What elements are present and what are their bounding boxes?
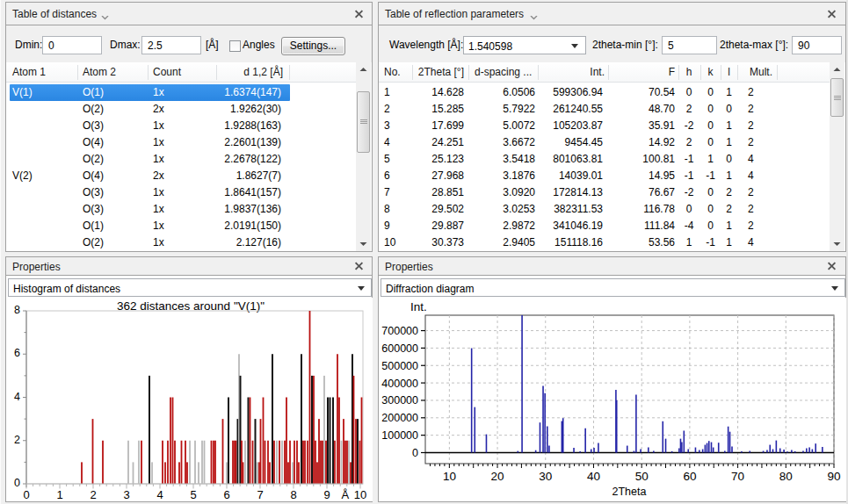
svg-text:600000: 600000 [381,342,418,355]
svg-text:1: 1 [56,488,62,501]
svg-text:7: 7 [257,488,263,501]
svg-text:500000: 500000 [381,360,418,372]
svg-text:40: 40 [587,470,600,483]
svg-text:20: 20 [491,470,504,483]
svg-text:80: 80 [779,470,793,483]
svg-text:5: 5 [190,488,196,501]
svg-text:2Theta: 2Theta [612,486,647,498]
svg-text:2: 2 [90,488,96,501]
svg-text:Å: Å [342,488,350,501]
svg-text:0: 0 [14,477,20,489]
svg-text:8: 8 [14,304,20,316]
svg-text:30: 30 [539,470,552,483]
svg-text:50: 50 [635,470,649,483]
svg-text:60: 60 [683,470,696,483]
svg-text:6: 6 [223,488,229,501]
svg-text:100000: 100000 [381,429,418,442]
svg-text:6: 6 [14,347,20,359]
svg-text:8: 8 [290,488,296,501]
svg-text:4: 4 [156,488,163,501]
svg-text:0: 0 [23,488,29,501]
svg-text:9: 9 [323,488,330,501]
svg-text:10: 10 [443,470,456,483]
svg-text:2: 2 [14,434,20,446]
svg-text:700000: 700000 [381,325,418,337]
svg-text:3: 3 [123,488,129,501]
svg-text:90: 90 [827,470,840,483]
svg-text:10: 10 [354,488,366,501]
svg-text:70: 70 [731,470,744,483]
svg-text:400000: 400000 [381,378,418,390]
svg-text:4: 4 [14,391,20,403]
svg-text:200000: 200000 [381,412,418,424]
svg-text:Int.: Int. [410,300,427,313]
svg-text:300000: 300000 [381,394,418,407]
svg-text:0: 0 [412,447,418,459]
